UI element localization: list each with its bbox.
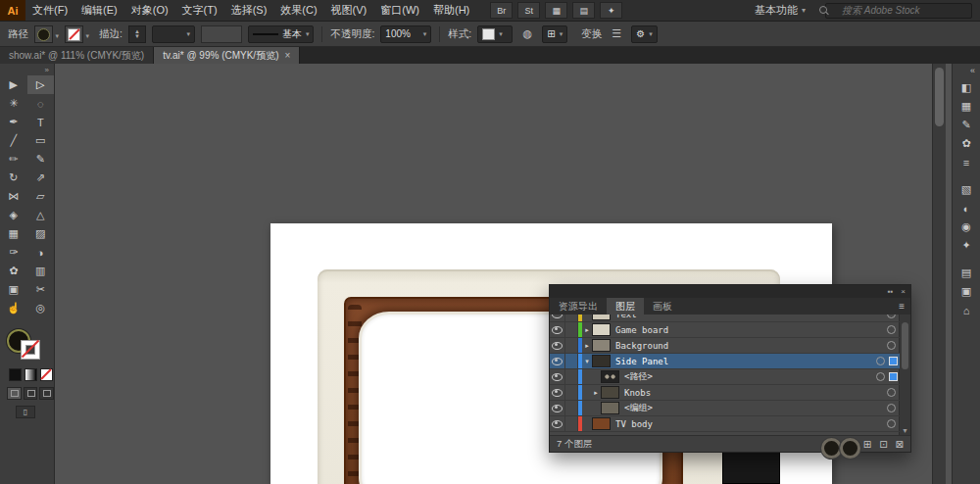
- layer-row[interactable]: ▸Knobs: [550, 385, 900, 401]
- visibility-toggle[interactable]: [550, 315, 565, 321]
- tab-close-icon[interactable]: ×: [284, 50, 290, 61]
- selection-tool[interactable]: ▶: [0, 75, 27, 94]
- delete-layer-icon[interactable]: ⊠: [896, 439, 904, 450]
- layer-thumbnail[interactable]: [592, 355, 611, 367]
- width-tool[interactable]: ⋈: [0, 187, 27, 206]
- layer-thumbnail[interactable]: [592, 315, 611, 320]
- panel-menu-icon[interactable]: ≡: [893, 298, 910, 315]
- magic-wand-tool[interactable]: ✳: [0, 94, 27, 113]
- eyedropper-tool[interactable]: ✑: [0, 243, 27, 262]
- lock-toggle[interactable]: [565, 322, 578, 337]
- draw-normal-button[interactable]: [7, 387, 22, 400]
- paintbrush-tool[interactable]: ✏: [0, 150, 27, 169]
- target-circle[interactable]: [876, 372, 885, 381]
- brushes-panel-icon[interactable]: ✎: [956, 117, 976, 133]
- layer-name[interactable]: Background: [615, 341, 668, 351]
- layer-row[interactable]: ▸Game board: [550, 322, 900, 338]
- layer-name[interactable]: Knobs: [624, 388, 651, 398]
- rotate-tool[interactable]: ↻: [0, 169, 27, 187]
- slice-tool[interactable]: ✂: [27, 280, 55, 299]
- knob-ornament[interactable]: [840, 438, 860, 459]
- layer-name[interactable]: TV body: [615, 419, 653, 429]
- visibility-toggle[interactable]: [550, 322, 565, 337]
- expand-arrow[interactable]: ▸: [582, 326, 592, 334]
- direct-selection-tool[interactable]: ▷: [27, 75, 55, 94]
- lock-toggle[interactable]: [565, 354, 578, 368]
- fill-color-chip[interactable]: ▾: [34, 25, 53, 43]
- column-graph-tool[interactable]: ▥: [27, 262, 55, 280]
- visibility-toggle[interactable]: [550, 338, 565, 353]
- menubar-item[interactable]: 窗口(W): [373, 0, 426, 21]
- target-circle[interactable]: [876, 357, 885, 365]
- menubar-item[interactable]: 选择(S): [224, 0, 274, 21]
- brush-definition-dropdown[interactable]: 基本 ▾: [248, 25, 315, 43]
- gradient-panel-icon[interactable]: ▧: [956, 181, 976, 198]
- scrollbar-thumb[interactable]: [935, 68, 944, 126]
- type-tool[interactable]: T: [27, 113, 55, 131]
- visibility-toggle[interactable]: [550, 416, 565, 431]
- libraries-panel-icon[interactable]: ⌂: [956, 302, 976, 318]
- target-circle[interactable]: [887, 404, 896, 412]
- variable-width-dropdown[interactable]: [201, 25, 242, 43]
- gradient-mode-button[interactable]: [24, 368, 37, 381]
- symbols-panel-icon[interactable]: ✿: [956, 135, 976, 152]
- free-transform-tool[interactable]: ▱: [27, 187, 55, 206]
- menubar-item[interactable]: 文件(F): [25, 0, 74, 21]
- new-sublayer-icon[interactable]: ⊞: [863, 439, 871, 450]
- workspace-switcher[interactable]: 基本功能 ▾: [755, 3, 806, 18]
- dock-collapse-icon[interactable]: «: [970, 66, 980, 75]
- stock-search-input[interactable]: [825, 3, 972, 19]
- rectangle-tool[interactable]: ▭: [27, 131, 55, 150]
- layer-row[interactable]: TV body: [550, 416, 900, 432]
- layers-panel-icon[interactable]: ▤: [956, 265, 976, 281]
- menubar-item[interactable]: 帮助(H): [426, 0, 476, 21]
- graphic-styles-panel-icon[interactable]: ✦: [956, 237, 976, 254]
- color-mode-button[interactable]: [9, 368, 22, 381]
- appearance-panel-icon[interactable]: ◉: [956, 218, 976, 235]
- target-circle[interactable]: [887, 325, 896, 334]
- menubar-item[interactable]: 视图(V): [324, 0, 374, 21]
- layer-thumbnail[interactable]: [601, 402, 619, 414]
- perspective-grid-tool[interactable]: △: [27, 206, 55, 224]
- transparency-panel-icon[interactable]: ◐: [956, 200, 976, 217]
- arrange-documents-icon[interactable]: ▦: [545, 2, 567, 19]
- scroll-down-icon[interactable]: ▼: [900, 427, 910, 434]
- zoom-tool[interactable]: ◎: [27, 299, 55, 317]
- layer-row[interactable]: ▸Background: [550, 338, 900, 354]
- canvas-vertical-scrollbar[interactable]: [932, 64, 946, 484]
- pen-tool[interactable]: ✒: [0, 113, 27, 131]
- expand-arrow[interactable]: ▸: [582, 342, 592, 350]
- scale-tool[interactable]: ⇗: [27, 169, 55, 187]
- hand-tool[interactable]: ☝: [0, 299, 27, 317]
- new-layer-icon[interactable]: ⊡: [879, 439, 887, 450]
- symbol-sprayer-tool[interactable]: ✿: [0, 262, 27, 280]
- mesh-tool[interactable]: ▦: [0, 224, 27, 243]
- align-panel-icon[interactable]: ☰: [608, 26, 625, 42]
- scrollbar-thumb[interactable]: [902, 322, 908, 369]
- color-panel-icon[interactable]: ◧: [956, 79, 976, 96]
- menubar-item[interactable]: 效果(C): [273, 0, 323, 21]
- lock-toggle[interactable]: [565, 315, 578, 321]
- layer-name[interactable]: Text: [615, 315, 637, 319]
- close-icon[interactable]: ×: [901, 287, 906, 296]
- target-circle[interactable]: [887, 419, 896, 428]
- layer-row[interactable]: <路径>: [550, 369, 900, 385]
- artboards-panel-icon[interactable]: ▣: [956, 283, 976, 300]
- lock-toggle[interactable]: [565, 385, 578, 400]
- panel-tab-图层[interactable]: 图层: [607, 298, 644, 315]
- document-tab[interactable]: show.ai* @ 111% (CMYK/预览): [0, 47, 154, 64]
- layer-name[interactable]: <路径>: [624, 370, 653, 383]
- draw-behind-button[interactable]: [24, 387, 38, 400]
- bridge-icon[interactable]: Br: [490, 2, 513, 19]
- stroke-color-chip[interactable]: ▾: [65, 25, 83, 43]
- layer-row[interactable]: <编组>: [550, 401, 900, 416]
- spinner-down-icon[interactable]: ▼: [134, 34, 140, 39]
- stroke-weight-spinner[interactable]: ▲ ▼: [128, 25, 146, 43]
- opacity-dropdown[interactable]: 100% ▾: [380, 25, 431, 43]
- layer-name[interactable]: Side Panel: [615, 357, 668, 366]
- panel-tab-资源导出[interactable]: 资源导出: [550, 298, 607, 315]
- layer-name[interactable]: <编组>: [624, 402, 653, 414]
- stroke-weight-dropdown[interactable]: ▾: [152, 25, 195, 43]
- lock-toggle[interactable]: [565, 401, 578, 415]
- menubar-item[interactable]: 对象(O): [124, 0, 175, 21]
